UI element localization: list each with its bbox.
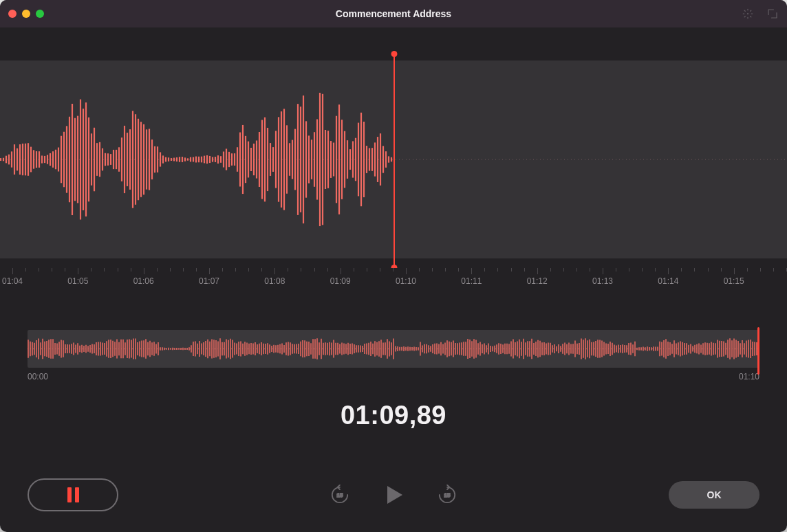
overview-start-time: 00:00 xyxy=(28,372,48,381)
record-pause-button[interactable] xyxy=(28,478,118,511)
time-ruler: 01:0401:0501:0601:0701:0801:0901:1001:11… xyxy=(0,268,787,290)
overview-canvas xyxy=(28,330,759,368)
ruler-label: 01:08 xyxy=(264,276,285,286)
close-window-button[interactable] xyxy=(8,10,17,18)
overview-area[interactable]: 00:00 01:10 xyxy=(28,330,759,381)
skip-back-button[interactable]: 15 xyxy=(330,485,350,505)
ruler-label: 01:04 xyxy=(2,276,23,286)
skip-forward-seconds: 15 xyxy=(444,492,451,498)
svg-point-0 xyxy=(747,13,748,14)
skip-forward-button[interactable]: 15 xyxy=(437,485,457,505)
ruler-label: 01:05 xyxy=(67,276,88,286)
overview-track xyxy=(28,330,759,368)
play-button[interactable] xyxy=(380,482,407,508)
window-controls xyxy=(8,10,44,18)
timecode-display: 01:09,89 xyxy=(0,401,787,430)
transport-controls: 15 15 OK xyxy=(0,478,787,511)
window-title: Commencement Address xyxy=(0,8,787,19)
overview-playhead[interactable] xyxy=(757,327,759,375)
ok-button[interactable]: OK xyxy=(669,481,759,509)
skip-back-seconds: 15 xyxy=(337,492,343,498)
ruler-label: 01:06 xyxy=(133,276,154,286)
ruler-label: 01:10 xyxy=(396,276,416,286)
playhead[interactable] xyxy=(394,54,395,268)
titlebar: Commencement Address xyxy=(0,0,787,27)
playback-controls: 15 15 xyxy=(330,482,457,508)
pause-icon xyxy=(67,487,79,502)
ruler-label: 01:11 xyxy=(461,276,482,286)
zoom-window-button[interactable] xyxy=(36,10,44,18)
waveform-area[interactable]: 01:0401:0501:0601:0701:0801:0901:1001:11… xyxy=(0,27,787,268)
ruler-label: 01:13 xyxy=(592,276,613,286)
ruler-label: 01:09 xyxy=(330,276,351,286)
ruler-label: 01:07 xyxy=(199,276,219,286)
ruler-label: 01:14 xyxy=(658,276,678,286)
trim-icon[interactable] xyxy=(766,8,779,20)
overview-end-time: 01:10 xyxy=(739,372,759,381)
ruler-label: 01:12 xyxy=(527,276,548,286)
svg-marker-1 xyxy=(387,486,402,504)
enhance-icon[interactable] xyxy=(742,8,754,20)
ruler-label: 01:15 xyxy=(724,276,744,286)
minimize-window-button[interactable] xyxy=(22,10,30,18)
app-window: Commencement Address 01:0401:0501:0601:0… xyxy=(0,0,787,532)
